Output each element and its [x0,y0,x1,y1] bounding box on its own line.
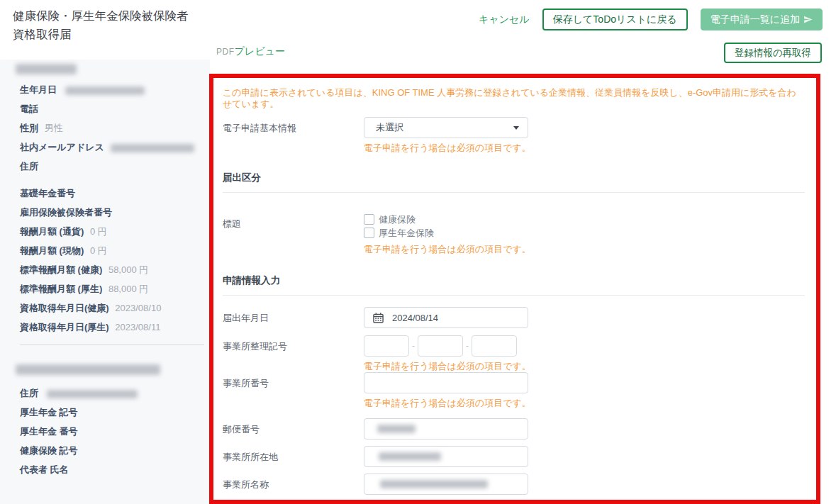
calendar-icon [373,313,384,323]
hyphen-separator: - [412,341,415,351]
office-address-input[interactable] [364,446,528,467]
sidebar-field-birthdate: 生年月日 [20,85,210,95]
send-icon [803,15,813,24]
redacted-value [111,144,194,152]
office-code-input-1[interactable] [364,335,409,357]
checkbox-icon[interactable] [364,228,374,238]
egov-basic-info-select[interactable]: 未選択 [364,117,528,138]
sidebar-field-std-pay-pension: 標準報酬月額 (厚生) 88,000 円 [20,284,210,294]
checkbox-icon[interactable] [364,214,374,225]
hyphen-separator: - [466,341,469,351]
refetch-registration-button-label: 登録情報の再取得 [735,47,811,60]
checkbox-health-insurance[interactable]: 健康保険 [364,213,531,226]
field-postal-code: 郵便番号 [223,418,805,439]
sidebar-field-std-pay-health: 標準報酬月額 (健康) 58,000 円 [20,265,210,275]
section-divider [223,192,805,193]
chevron-down-icon [513,126,519,130]
application-form-panel: この申請に表示されている項目は、KING OF TIME 人事労務に登録されてい… [213,77,817,504]
redacted-value [65,86,145,95]
office-name-input[interactable] [364,474,528,495]
sidebar-field-company-address: 住所 [20,388,210,398]
redacted-value [380,480,488,488]
sidebar-field-basic-pension-no: 基礎年金番号 [20,189,210,198]
field-office-code: 事業所整理記号 - - 電子申請を行う場合は必須の項目です。 [223,335,805,372]
sidebar-field-pension-symbol: 厚生年金 記号 [20,408,210,418]
section-divider [223,295,805,296]
company-name-redacted [16,364,160,375]
postal-code-input[interactable] [364,418,528,439]
page-title: 健康保険・厚生年金保険被保険者資格取得届 [13,7,199,43]
form-notice: この申請に表示されている項目は、KING OF TIME 人事労務に登録されてい… [223,87,805,110]
employee-name-redacted [16,64,77,74]
office-code-input-3[interactable] [472,335,517,357]
checkbox-pension-insurance[interactable]: 厚生年金保険 [364,226,531,240]
header-actions: キャンセル 保存してToDoリストに戻る 電子申請一覧に追加 [479,9,823,30]
report-date-value: 2024/08/14 [392,313,438,323]
pdf-preview-prefix: PDF [216,47,235,57]
sidebar-field-monthly-pay-kind: 報酬月額 (現物) 0 円 [20,246,210,256]
save-todo-button[interactable]: 保存してToDoリストに戻る [542,9,688,30]
sidebar-field-gender: 性別 男性 [20,123,210,133]
sidebar-field-phone: 電話 [20,104,210,114]
required-note: 電子申請を行う場合は必須の項目です。 [364,361,531,372]
field-report-date: 届出年月日 2024/08/14 [223,307,805,328]
sidebar-field-employment-ins-no: 雇用保険被保険者番号 [20,208,210,218]
sidebar-field-email: 社内メールアドレス [20,142,210,152]
sidebar-field-address: 住所 [20,162,210,172]
redacted-value [379,452,441,461]
employee-info-sidebar: 生年月日 電話 性別 男性 社内メールアドレス 住所 基礎年金番号 雇用保険被保… [0,60,210,504]
add-eapplication-button[interactable]: 電子申請一覧に追加 [701,9,823,30]
field-office-name: 事業所名称 [223,474,805,495]
section-header-report-type: 届出区分 [223,172,805,184]
field-office-number: 事業所番号 電子申請を行う場合は必須の項目です。 [223,372,805,409]
required-note: 電子申請を行う場合は必須の項目です。 [364,142,531,154]
redacted-value [377,425,416,433]
redacted-value [47,390,138,398]
required-note: 電子申請を行う場合は必須の項目です。 [364,244,531,255]
report-date-input[interactable]: 2024/08/14 [364,307,528,328]
field-title: 標題 健康保険 厚生年金保険 電子申請を行う場合は必須の項目です。 [223,213,805,255]
sidebar-field-representative-name: 代表者 氏名 [20,465,210,475]
refetch-registration-button[interactable]: 登録情報の再取得 [724,43,822,63]
sidebar-field-health-symbol: 健康保険 記号 [20,446,210,456]
sidebar-field-monthly-pay-cash: 報酬月額 (通貨) 0 円 [20,227,210,237]
office-code-input-2[interactable] [418,335,463,357]
field-office-address: 事業所所在地 [223,446,805,467]
pdf-preview-label: プレビュー [235,45,285,57]
field-egov-basic-info: 電子申請基本情報 未選択 電子申請を行う場合は必須の項目です。 [223,117,805,154]
office-number-input[interactable] [364,372,528,393]
sidebar-field-pension-number: 厚生年金 番号 [20,427,210,437]
section-header-application-input: 申請情報入力 [223,275,805,286]
save-todo-button-label: 保存してToDoリストに戻る [553,13,677,26]
add-eapplication-button-label: 電子申請一覧に追加 [710,13,800,26]
required-note: 電子申請を行う場合は必須の項目です。 [364,398,531,409]
sidebar-field-acq-date-pension: 資格取得年月日(厚生) 2023/08/11 [20,323,210,332]
pdf-preview-link[interactable]: PDFプレビュー [216,45,285,58]
sidebar-field-acq-date-health: 資格取得年月日(健康) 2023/08/10 [20,303,210,313]
cancel-link[interactable]: キャンセル [479,13,530,26]
sidebar-divider [20,345,204,345]
egov-basic-info-selected-value: 未選択 [376,121,403,134]
